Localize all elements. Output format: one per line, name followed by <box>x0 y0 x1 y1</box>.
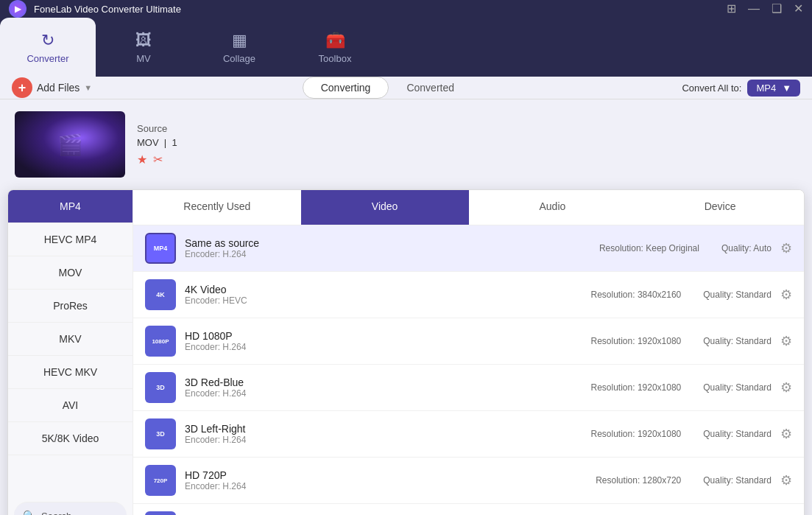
settings-icon[interactable]: ⚙ <box>780 287 792 303</box>
tab-converted[interactable]: Converted <box>389 77 472 98</box>
convert-all-format: MP4 <box>756 83 776 94</box>
close-button[interactable]: ✕ <box>794 3 803 15</box>
format-quality: Quality: Standard <box>703 475 772 486</box>
format-resolution: Resolution: 3840x2160 <box>591 290 682 300</box>
list-item[interactable]: 720P HD 720P Encoder: H.264 Resolution: … <box>133 458 804 504</box>
tab-video[interactable]: Video <box>301 190 469 225</box>
app-logo: ▶ <box>9 0 27 18</box>
convert-all-section: Convert All to: MP4 ▼ <box>682 80 800 97</box>
convert-all-label: Convert All to: <box>682 83 741 94</box>
file-row: 🎬 Source MOV | 1 ★ ✂ <box>0 99 812 189</box>
format-details: 3D Red-Blue Encoder: H.264 <box>185 376 582 399</box>
scissors-icon[interactable]: ✂ <box>153 153 163 167</box>
format-meta: Resolution: 1920x1080 Quality: Standard <box>591 336 772 346</box>
list-item[interactable]: 1080P HD 1080P Encoder: H.264 Resolution… <box>133 318 804 365</box>
sidebar-item-mov[interactable]: MOV <box>8 256 133 290</box>
settings-icon[interactable]: ⚙ <box>780 240 792 256</box>
nav-item-mv[interactable]: 🖼 MV <box>96 18 191 77</box>
list-item[interactable]: 640P 640P Encoder: H.264 Resolution: 960… <box>133 504 804 515</box>
minimize-button[interactable]: — <box>748 3 760 15</box>
content-area: 🎬 Source MOV | 1 ★ ✂ <box>0 99 812 515</box>
format-meta: Resolution: 1920x1080 Quality: Standard <box>591 429 772 439</box>
maximize-button[interactable]: ❑ <box>772 3 782 15</box>
format-badge-mp4: MP4 <box>145 233 176 264</box>
format-details: Same as source Encoder: H.264 <box>185 237 590 259</box>
nav-label-mv: MV <box>136 53 151 64</box>
format-resolution: Resolution: 1280x720 <box>596 475 681 486</box>
format-badge-640p: 640P <box>145 511 176 515</box>
collage-icon: ▦ <box>232 31 247 50</box>
sidebar-item-5k8k[interactable]: 5K/8K Video <box>8 422 133 455</box>
nav-item-collage[interactable]: ▦ Collage <box>191 18 287 77</box>
window-controls: ⊞ — ❑ ✕ <box>727 3 803 15</box>
toolbar-tabs: Converting Converted <box>92 77 682 99</box>
sidebar-item-avi[interactable]: AVI <box>8 389 133 422</box>
nav-item-toolbox[interactable]: 🧰 Toolbox <box>287 18 383 77</box>
format-name: 3D Left-Right <box>185 423 582 435</box>
file-actions: ★ ✂ <box>137 153 797 167</box>
format-encoder: Encoder: H.264 <box>185 435 582 445</box>
sidebar-item-mkv[interactable]: MKV <box>8 323 133 356</box>
format-encoder: Encoder: H.264 <box>185 388 582 399</box>
source-label: Source <box>137 123 167 134</box>
settings-icon[interactable]: ⚙ <box>780 472 792 488</box>
list-item[interactable]: 4K 4K Video Encoder: HEVC Resolution: 38… <box>133 272 804 318</box>
converter-icon: ↻ <box>41 31 54 50</box>
format-badge-1080p: 1080P <box>145 326 176 357</box>
mv-icon: 🖼 <box>135 31 152 50</box>
sidebar-item-hevc-mkv[interactable]: HEVC MKV <box>8 356 133 389</box>
sidebar-item-hevc-mp4[interactable]: HEVC MP4 <box>8 223 133 256</box>
nav-label-converter: Converter <box>27 53 68 64</box>
tab-recently-used[interactable]: Recently Used <box>133 190 301 225</box>
thumbnail-preview: 🎬 <box>15 111 125 178</box>
list-item[interactable]: 3D 3D Red-Blue Encoder: H.264 Resolution… <box>133 365 804 411</box>
format-name: 3D Red-Blue <box>185 376 582 388</box>
format-badge-3d: 3D <box>145 372 176 403</box>
format-tabs: Recently Used Video Audio Device <box>133 190 804 225</box>
nav-label-collage: Collage <box>223 53 255 64</box>
sidebar-item-mp4[interactable]: MP4 <box>8 190 133 223</box>
format-sidebar: MP4 HEVC MP4 MOV ProRes MKV HEVC MKV AVI… <box>8 190 133 515</box>
format-name: HD 1080P <box>185 330 582 342</box>
format-name: HD 720P <box>185 469 587 481</box>
sidebar-item-prores[interactable]: ProRes <box>8 290 133 323</box>
file-format: MOV | 1 <box>137 137 797 148</box>
convert-all-select[interactable]: MP4 ▼ <box>747 80 800 97</box>
settings-icon[interactable]: ⚙ <box>780 379 792 396</box>
add-files-button[interactable]: + Add Files ▼ <box>12 77 92 98</box>
file-source-label: Source <box>137 123 797 134</box>
file-thumbnail: 🎬 <box>15 111 125 178</box>
format-name: Same as source <box>185 237 590 249</box>
list-item[interactable]: MP4 Same as source Encoder: H.264 Resolu… <box>133 225 804 272</box>
star-icon[interactable]: ★ <box>137 153 147 167</box>
list-item[interactable]: 3D 3D Left-Right Encoder: H.264 Resoluti… <box>133 411 804 458</box>
settings-icon[interactable]: ⚙ <box>780 333 792 349</box>
tab-device[interactable]: Device <box>636 190 804 225</box>
format-encoder: Encoder: HEVC <box>185 295 582 306</box>
format-meta: Resolution: 3840x2160 Quality: Standard <box>591 290 772 300</box>
format-resolution: Resolution: 1920x1080 <box>591 336 682 346</box>
settings-icon[interactable]: ⚙ <box>780 426 792 442</box>
format-resolution: Resolution: 1920x1080 <box>591 429 682 439</box>
format-resolution: Resolution: Keep Original <box>599 243 699 253</box>
size-label: 1 <box>172 137 177 148</box>
format-panel: MP4 HEVC MP4 MOV ProRes MKV HEVC MKV AVI… <box>7 189 805 515</box>
tab-audio[interactable]: Audio <box>469 190 637 225</box>
format-quality: Quality: Standard <box>703 382 772 393</box>
nav-bar: ↻ Converter 🖼 MV ▦ Collage 🧰 Toolbox <box>0 18 812 77</box>
format-quality: Quality: Standard <box>703 290 772 300</box>
nav-item-converter[interactable]: ↻ Converter <box>0 18 96 77</box>
sidebar-search[interactable]: 🔍 Search <box>14 502 127 515</box>
search-label: Search <box>41 511 71 516</box>
format-badge-4k: 4K <box>145 279 176 310</box>
caption-icon[interactable]: ⊞ <box>727 3 736 15</box>
format-quality: Quality: Standard <box>703 429 772 439</box>
format-encoder: Encoder: H.264 <box>185 249 590 259</box>
format-encoder: Encoder: H.264 <box>185 342 582 352</box>
tab-converting[interactable]: Converting <box>303 77 389 99</box>
format-resolution: Resolution: 1920x1080 <box>591 382 682 393</box>
app-container: ▶ FoneLab Video Converter Ultimate ⊞ — ❑… <box>0 0 812 515</box>
title-bar: ▶ FoneLab Video Converter Ultimate ⊞ — ❑… <box>0 0 812 18</box>
format-details: HD 1080P Encoder: H.264 <box>185 330 582 352</box>
toolbar: + Add Files ▼ Converting Converted Conve… <box>0 77 812 99</box>
